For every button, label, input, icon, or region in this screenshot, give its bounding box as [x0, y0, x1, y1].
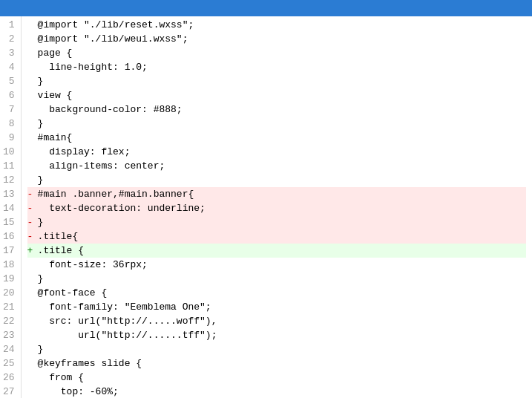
diff-gutter — [27, 32, 38, 46]
code-line: align-items: center; — [27, 159, 526, 173]
diff-gutter — [27, 300, 38, 314]
diff-gutter: + — [27, 244, 38, 258]
code-line: -#main .banner,#main.banner{ — [27, 187, 526, 201]
line-number: 26 — [3, 371, 15, 385]
code-line: font-size: 36rpx; — [27, 258, 526, 272]
code-line: font-family: "Eemblema One"; — [27, 300, 526, 314]
line-number: 3 — [3, 46, 15, 60]
diff-gutter — [27, 74, 38, 88]
line-number: 2 — [3, 32, 15, 46]
line-number: 8 — [3, 117, 15, 131]
code-line: @import "./lib/weui.wxss"; — [27, 32, 526, 46]
code-line: #main{ — [27, 131, 526, 145]
code-line: url("http://......tff"); — [27, 328, 526, 342]
diff-gutter — [27, 60, 38, 74]
line-number: 1 — [3, 18, 15, 32]
diff-gutter — [27, 356, 38, 371]
diff-gutter — [27, 258, 38, 272]
code-line: -.title{ — [27, 229, 526, 244]
line-number: 20 — [3, 286, 15, 300]
code-line: src: url("http://.....woff"), — [27, 314, 526, 328]
diff-gutter — [27, 117, 38, 131]
line-numbers: 1234567891011121314151617181920212223242… — [0, 16, 22, 398]
line-number: 14 — [3, 201, 15, 215]
line-number: 16 — [3, 229, 15, 244]
code-line: +.title { — [27, 244, 526, 258]
diff-gutter — [27, 173, 38, 187]
line-number: 4 — [3, 60, 15, 74]
code-line: } — [27, 74, 526, 88]
line-number: 25 — [3, 356, 15, 371]
diff-gutter — [27, 88, 38, 102]
line-number: 23 — [3, 328, 15, 342]
line-number: 22 — [3, 314, 15, 328]
line-number: 13 — [3, 187, 15, 201]
line-number: 17 — [3, 244, 15, 258]
code-line: background-color: #888; — [27, 102, 526, 117]
code-line: view { — [27, 88, 526, 102]
line-number: 11 — [3, 159, 15, 173]
code-area[interactable]: 1234567891011121314151617181920212223242… — [0, 16, 532, 398]
code-line: top: -60%; — [27, 385, 526, 398]
editor: 1234567891011121314151617181920212223242… — [0, 0, 532, 398]
tab-bar — [0, 0, 532, 16]
line-number: 21 — [3, 300, 15, 314]
code-line: @keyframes slide { — [27, 356, 526, 371]
diff-gutter — [27, 18, 38, 32]
diff-gutter — [27, 314, 38, 328]
code-line: line-height: 1.0; — [27, 60, 526, 74]
line-number: 24 — [3, 342, 15, 356]
diff-gutter — [27, 46, 38, 60]
code-line: } — [27, 117, 526, 131]
diff-gutter: - — [27, 215, 38, 229]
diff-gutter: - — [27, 187, 38, 201]
code-line: display: flex; — [27, 145, 526, 159]
code-line: -} — [27, 215, 526, 229]
code-content[interactable]: @import "./lib/reset.wxss"; @import "./l… — [22, 16, 532, 398]
diff-gutter — [27, 385, 38, 398]
code-line: @import "./lib/reset.wxss"; — [27, 18, 526, 32]
diff-gutter — [27, 102, 38, 117]
line-number: 12 — [3, 173, 15, 187]
line-number: 10 — [3, 145, 15, 159]
diff-gutter — [27, 286, 38, 300]
line-number: 19 — [3, 272, 15, 286]
diff-gutter: - — [27, 201, 38, 215]
code-line: @font-face { — [27, 286, 526, 300]
diff-gutter: - — [27, 229, 38, 244]
diff-gutter — [27, 371, 38, 385]
line-number: 7 — [3, 102, 15, 117]
line-number: 27 — [3, 385, 15, 398]
line-number: 9 — [3, 131, 15, 145]
code-line: - text-decoration: underline; — [27, 201, 526, 215]
line-number: 5 — [3, 74, 15, 88]
diff-gutter — [27, 145, 38, 159]
diff-gutter — [27, 272, 38, 286]
diff-gutter — [27, 328, 38, 342]
diff-gutter — [27, 131, 38, 145]
line-number: 15 — [3, 215, 15, 229]
line-number: 6 — [3, 88, 15, 102]
code-line: } — [27, 272, 526, 286]
code-line: } — [27, 173, 526, 187]
line-number: 18 — [3, 258, 15, 272]
diff-gutter — [27, 342, 38, 356]
code-line: } — [27, 342, 526, 356]
diff-gutter — [27, 159, 38, 173]
code-line: page { — [27, 46, 526, 60]
code-line: from { — [27, 371, 526, 385]
